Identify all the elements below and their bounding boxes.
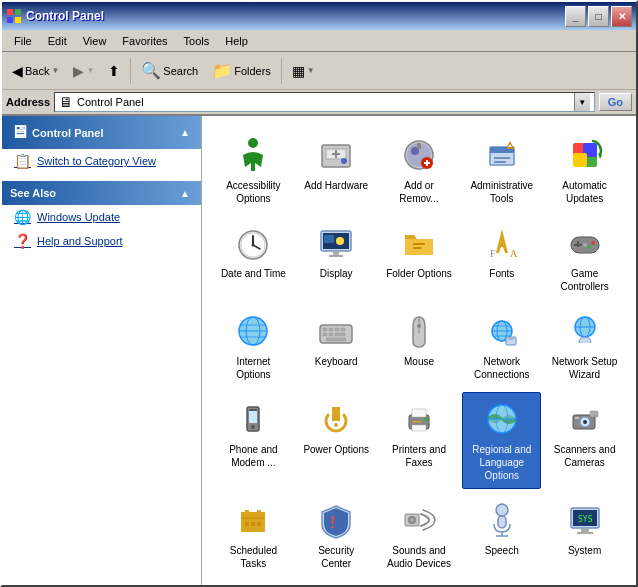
svg-point-46 <box>591 241 595 245</box>
go-button[interactable]: Go <box>599 93 632 111</box>
icon-item-regional-and-language[interactable]: Regional and Language Options <box>462 392 541 489</box>
forward-button[interactable]: ▶ ▼ <box>67 59 100 83</box>
sidebar-item-windows-update[interactable]: 🌐 Windows Update <box>2 205 201 229</box>
content-area: Accessibility Options Add Hardware Add o… <box>202 116 636 585</box>
icon-item-internet-options[interactable]: Internet Options <box>214 304 293 388</box>
svg-rect-61 <box>335 333 345 336</box>
folders-label: Folders <box>234 65 271 77</box>
svg-rect-3 <box>15 17 21 23</box>
svg-text:A: A <box>510 248 518 259</box>
svg-rect-84 <box>413 421 421 423</box>
menu-view[interactable]: View <box>75 33 115 49</box>
sidebar-panel-title: Control Panel <box>32 127 104 139</box>
svg-rect-101 <box>498 516 506 528</box>
menu-tools[interactable]: Tools <box>176 33 218 49</box>
sidebar-item-help-support[interactable]: ❓ Help and Support <box>2 229 201 253</box>
svg-rect-40 <box>413 247 421 249</box>
icon-item-network-setup-wizard[interactable]: Network Setup Wizard <box>545 304 624 388</box>
close-button[interactable]: ✕ <box>611 6 632 27</box>
forward-arrow-icon: ▼ <box>86 66 94 75</box>
svg-rect-107 <box>577 532 593 534</box>
icon-item-display[interactable]: Display <box>297 216 376 300</box>
svg-rect-2 <box>7 17 13 23</box>
category-view-icon: 📋 <box>14 153 31 169</box>
svg-rect-36 <box>329 255 343 257</box>
up-button[interactable]: ⬆ <box>102 59 126 83</box>
address-bar: Address 🖥 ▼ Go <box>2 90 636 116</box>
icon-item-phone-and-modem[interactable]: Phone and Modem ... <box>214 392 293 489</box>
control-panel-icon: 🖥 <box>10 122 28 143</box>
address-input[interactable] <box>77 96 570 108</box>
switch-to-category-view[interactable]: 📋 Switch to Category View <box>2 149 201 173</box>
display-icon <box>316 223 356 263</box>
menu-file[interactable]: File <box>6 33 40 49</box>
icon-item-scanners-and-cameras[interactable]: Scanners and Cameras <box>545 392 624 489</box>
sidebar-collapse-button[interactable]: ▲ <box>177 125 193 141</box>
icon-item-scheduled-tasks[interactable]: Scheduled Tasks <box>214 493 293 577</box>
windows-update-icon: 🌐 <box>14 209 31 225</box>
icon-item-game-controllers[interactable]: Game Controllers <box>545 216 624 300</box>
svg-point-77 <box>251 425 255 429</box>
icon-item-date-and-time[interactable]: Date and Time <box>214 216 293 300</box>
icon-item-windows-firewall[interactable]: Windows Firewall <box>380 581 459 585</box>
folders-button[interactable]: 📁 Folders <box>206 57 277 84</box>
svg-rect-55 <box>323 328 327 331</box>
icon-item-wireless-network[interactable]: Wireless Network Set... <box>462 581 541 585</box>
icon-item-automatic-updates[interactable]: Automatic Updates <box>545 128 624 212</box>
network-setup-wizard-label: Network Setup Wizard <box>550 355 619 381</box>
administrative-tools-label: Administrative Tools <box>467 179 536 205</box>
icon-item-accessibility-options[interactable]: Accessibility Options <box>214 128 293 212</box>
icon-item-network-connections[interactable]: Network Connections <box>462 304 541 388</box>
svg-point-47 <box>587 245 591 249</box>
see-also-header: See Also ▲ <box>2 181 201 205</box>
see-also-title: See Also <box>10 187 56 199</box>
power-options-label: Power Options <box>303 443 369 456</box>
icon-item-system[interactable]: SYS System <box>545 493 624 577</box>
switch-category-label: Switch to Category View <box>37 155 156 167</box>
printers-and-faxes-label: Printers and Faxes <box>385 443 454 469</box>
icon-item-sounds-and-audio[interactable]: Sounds and Audio Devices <box>380 493 459 577</box>
keyboard-label: Keyboard <box>315 355 358 368</box>
sidebar-control-panel-section: 🖥 Control Panel ▲ 📋 Switch to Category V… <box>2 116 201 173</box>
icon-item-user-accounts[interactable]: User Accounts <box>297 581 376 585</box>
minimize-button[interactable]: _ <box>565 6 586 27</box>
network-connections-icon <box>482 311 522 351</box>
phone-and-modem-label: Phone and Modem ... <box>219 443 288 469</box>
power-options-icon <box>316 399 356 439</box>
svg-point-64 <box>417 324 421 328</box>
svg-point-7 <box>341 158 347 164</box>
svg-rect-0 <box>7 9 13 15</box>
icon-item-folder-options[interactable]: Folder Options <box>380 216 459 300</box>
administrative-tools-icon <box>482 135 522 175</box>
security-center-label: Security Center <box>302 544 371 570</box>
icon-item-speech[interactable]: Speech <box>462 493 541 577</box>
menu-edit[interactable]: Edit <box>40 33 75 49</box>
svg-point-37 <box>336 237 344 245</box>
svg-rect-76 <box>249 411 257 423</box>
menu-favorites[interactable]: Favorites <box>114 33 175 49</box>
icon-item-add-remove-programs[interactable]: Add or Remov... <box>380 128 459 212</box>
address-dropdown-button[interactable]: ▼ <box>574 93 590 111</box>
automatic-updates-icon <box>565 135 605 175</box>
icon-item-administrative-tools[interactable]: Administrative Tools <box>462 128 541 212</box>
icon-item-mouse[interactable]: Mouse <box>380 304 459 388</box>
views-button[interactable]: ▦ ▼ <box>286 59 321 83</box>
address-input-wrap[interactable]: 🖥 ▼ <box>54 92 595 112</box>
icon-item-taskbar-and-start-menu[interactable]: Taskbar and Start Menu <box>214 581 293 585</box>
back-button[interactable]: ◀ Back ▼ <box>6 59 65 83</box>
see-also-collapse-button[interactable]: ▲ <box>177 185 193 201</box>
search-button[interactable]: 🔍 Search <box>135 57 204 84</box>
icon-item-security-center[interactable]: ! Security Center <box>297 493 376 577</box>
maximize-button[interactable]: □ <box>588 6 609 27</box>
icon-item-keyboard[interactable]: Keyboard <box>297 304 376 388</box>
icon-item-fonts[interactable]: FA Fonts <box>462 216 541 300</box>
menu-help[interactable]: Help <box>217 33 256 49</box>
scanners-and-cameras-label: Scanners and Cameras <box>550 443 619 469</box>
toolbar-separator-1 <box>130 58 131 84</box>
icon-item-add-hardware[interactable]: Add Hardware <box>297 128 376 212</box>
game-controllers-label: Game Controllers <box>550 267 619 293</box>
icon-item-printers-and-faxes[interactable]: Printers and Faxes <box>380 392 459 489</box>
accessibility-options-icon <box>233 135 273 175</box>
icon-item-power-options[interactable]: Power Options <box>297 392 376 489</box>
sounds-and-audio-label: Sounds and Audio Devices <box>385 544 454 570</box>
